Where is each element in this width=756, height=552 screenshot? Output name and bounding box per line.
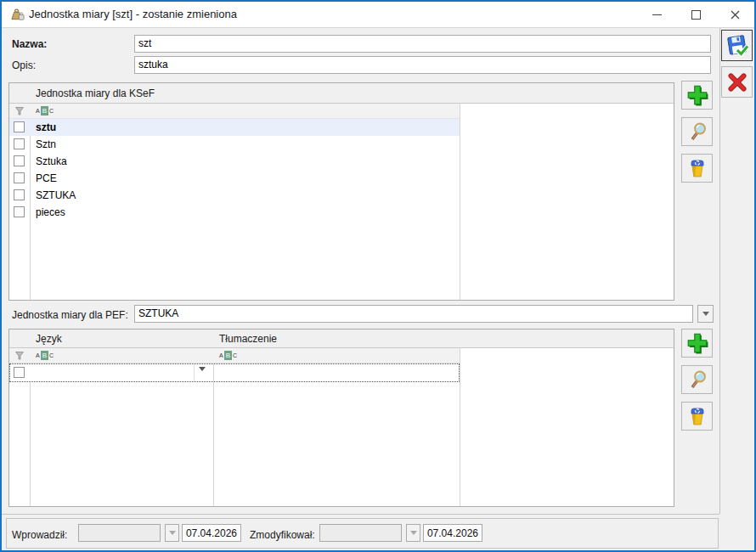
zmodyfikowal-dropdown-button[interactable] (406, 524, 420, 542)
translations-filter-row[interactable]: ABC ABC (9, 348, 460, 363)
wprowadzil-input (78, 524, 161, 542)
jezyk-column-header[interactable]: Język (30, 330, 213, 348)
table-row[interactable]: sztu (9, 119, 460, 136)
titlebar: Jednostka miary [szt] - zostanie zmienio… (2, 2, 754, 28)
translations-table-header: Język Tłumaczenie (9, 330, 674, 348)
column-divider (460, 83, 460, 300)
opis-label: Opis: (12, 59, 36, 71)
chevron-down-icon (702, 312, 709, 319)
abc-filter-icon: ABC (36, 105, 54, 116)
cancel-icon (726, 71, 748, 93)
close-icon (731, 10, 740, 20)
opis-input[interactable]: sztuka (134, 56, 711, 74)
column-divider (194, 364, 195, 381)
table-row[interactable]: PCE (9, 170, 460, 187)
chevron-down-icon (169, 531, 176, 538)
pef-label: Jednostka miary dla PEF: (12, 309, 128, 321)
table-row[interactable]: SZTUKA (9, 187, 460, 204)
row-checkbox[interactable] (14, 121, 25, 132)
dialog-window: Jednostka miary [szt] - zostanie zmienio… (0, 0, 756, 552)
table-row[interactable]: pieces (9, 204, 460, 221)
add-translation-button[interactable] (681, 329, 713, 358)
search-ksef-button[interactable] (681, 117, 713, 146)
row-checkbox[interactable] (14, 155, 25, 166)
trash-icon (687, 158, 708, 178)
magnifier-icon (687, 121, 708, 142)
cancel-button[interactable] (721, 66, 753, 98)
translation-edit-row[interactable] (9, 363, 460, 382)
nazwa-label: Nazwa: (12, 38, 47, 50)
trash-icon (687, 406, 708, 426)
ksef-table: Jednostka miary dla KSeF ABC sztu Sztn S… (8, 82, 674, 301)
minimize-button[interactable] (637, 2, 676, 27)
translations-table: Język Tłumaczenie ABC ABC (8, 329, 674, 507)
minimize-icon (652, 14, 662, 15)
jezyk-cell-dropdown-button[interactable] (199, 367, 206, 375)
window-title: Jednostka miary [szt] - zostanie zmienio… (29, 2, 237, 27)
magnifier-icon (687, 369, 708, 390)
abc-filter-icon: ABC (219, 350, 237, 361)
maximize-icon (691, 10, 701, 20)
add-ksef-button[interactable] (681, 81, 713, 110)
delete-translation-button[interactable] (681, 402, 713, 431)
panel-divider (719, 28, 720, 514)
zmodyfikowal-date: 07.04.2026 (423, 524, 482, 542)
row-checkbox[interactable] (14, 367, 25, 378)
plus-icon (686, 332, 708, 354)
plus-icon (686, 84, 708, 106)
unit-of-measure-icon (9, 8, 25, 21)
zmodyfikowal-input (319, 524, 402, 542)
ksef-filter-row[interactable]: ABC (9, 104, 460, 119)
zmodyfikowal-label: Zmodyfikował: (250, 529, 315, 541)
row-checkbox[interactable] (14, 138, 25, 149)
funnel-icon (14, 106, 25, 116)
chevron-down-icon (199, 367, 206, 375)
pef-combo-dropdown-button[interactable] (697, 305, 714, 323)
row-checkbox[interactable] (14, 172, 25, 183)
pef-combo-input[interactable]: SZTUKA (134, 305, 693, 323)
chevron-down-icon (410, 531, 417, 538)
maximize-button[interactable] (676, 2, 715, 27)
nazwa-input[interactable]: szt (134, 35, 711, 53)
wprowadzil-date: 07.04.2026 (182, 524, 241, 542)
row-checkbox[interactable] (14, 189, 25, 200)
delete-ksef-button[interactable] (681, 154, 713, 183)
close-button[interactable] (715, 2, 754, 27)
column-divider (460, 330, 460, 506)
funnel-icon (14, 351, 25, 361)
wprowadzil-label: Wprowadził: (12, 529, 67, 541)
abc-filter-icon: ABC (36, 350, 54, 361)
wprowadzil-dropdown-button[interactable] (165, 524, 179, 542)
ksef-column-header[interactable]: Jednostka miary dla KSeF (30, 83, 460, 104)
footer-divider (2, 514, 719, 515)
search-translation-button[interactable] (681, 365, 713, 394)
column-divider (213, 364, 214, 381)
row-checkbox[interactable] (14, 206, 25, 217)
table-row[interactable]: Sztuka (9, 153, 460, 170)
save-button[interactable] (721, 30, 753, 61)
table-row[interactable]: Sztn (9, 136, 460, 153)
save-icon (725, 34, 749, 58)
tlumaczenie-column-header[interactable]: Tłumaczenie (213, 330, 460, 348)
ksef-table-header: Jednostka miary dla KSeF (9, 83, 674, 104)
